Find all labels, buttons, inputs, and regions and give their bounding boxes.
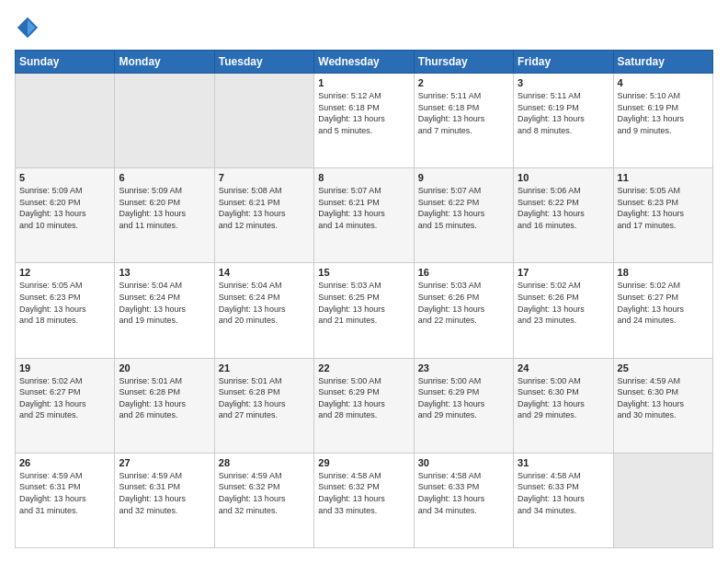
- week-row-1: 5Sunrise: 5:09 AM Sunset: 6:20 PM Daylig…: [16, 168, 713, 263]
- day-number: 18: [618, 267, 709, 278]
- day-info: Sunrise: 5:04 AM Sunset: 6:24 PM Dayligh…: [119, 280, 210, 326]
- calendar-cell: 20Sunrise: 5:01 AM Sunset: 6:28 PM Dayli…: [115, 358, 214, 453]
- day-number: 9: [418, 172, 509, 183]
- calendar-cell: 17Sunrise: 5:02 AM Sunset: 6:26 PM Dayli…: [514, 263, 613, 358]
- day-number: 8: [318, 172, 409, 183]
- day-number: 15: [318, 267, 409, 278]
- calendar-cell: 7Sunrise: 5:08 AM Sunset: 6:21 PM Daylig…: [214, 168, 313, 263]
- day-info: Sunrise: 5:07 AM Sunset: 6:21 PM Dayligh…: [318, 185, 409, 231]
- day-number: 11: [618, 172, 709, 183]
- calendar-cell: 1Sunrise: 5:12 AM Sunset: 6:18 PM Daylig…: [314, 74, 414, 168]
- day-number: 1: [318, 77, 409, 88]
- logo: [15, 15, 44, 40]
- day-info: Sunrise: 5:12 AM Sunset: 6:18 PM Dayligh…: [318, 90, 409, 136]
- day-number: 16: [418, 267, 509, 278]
- calendar-cell: 10Sunrise: 5:06 AM Sunset: 6:22 PM Dayli…: [514, 168, 613, 263]
- day-info: Sunrise: 4:59 AM Sunset: 6:30 PM Dayligh…: [618, 375, 709, 421]
- calendar-cell: 14Sunrise: 5:04 AM Sunset: 6:24 PM Dayli…: [214, 263, 313, 358]
- calendar-cell: 29Sunrise: 4:58 AM Sunset: 6:32 PM Dayli…: [314, 453, 414, 547]
- day-number: 30: [418, 457, 509, 468]
- day-info: Sunrise: 5:05 AM Sunset: 6:23 PM Dayligh…: [618, 185, 709, 231]
- day-number: 3: [518, 77, 609, 88]
- day-number: 20: [119, 362, 210, 373]
- calendar-cell: 13Sunrise: 5:04 AM Sunset: 6:24 PM Dayli…: [115, 263, 214, 358]
- day-number: 12: [19, 267, 110, 278]
- day-info: Sunrise: 5:08 AM Sunset: 6:21 PM Dayligh…: [219, 185, 310, 231]
- day-info: Sunrise: 5:01 AM Sunset: 6:28 PM Dayligh…: [119, 375, 210, 421]
- calendar-cell: 24Sunrise: 5:00 AM Sunset: 6:30 PM Dayli…: [514, 358, 613, 453]
- week-row-4: 26Sunrise: 4:59 AM Sunset: 6:31 PM Dayli…: [16, 453, 713, 547]
- day-number: 29: [318, 457, 409, 468]
- calendar-cell: 26Sunrise: 4:59 AM Sunset: 6:31 PM Dayli…: [16, 453, 115, 547]
- day-header-tuesday: Tuesday: [214, 51, 313, 74]
- day-number: 19: [19, 362, 110, 373]
- day-number: 25: [618, 362, 709, 373]
- day-info: Sunrise: 4:59 AM Sunset: 6:32 PM Dayligh…: [219, 470, 310, 516]
- calendar-cell: 8Sunrise: 5:07 AM Sunset: 6:21 PM Daylig…: [314, 168, 414, 263]
- day-info: Sunrise: 4:58 AM Sunset: 6:33 PM Dayligh…: [418, 470, 509, 516]
- calendar-cell: [16, 74, 115, 168]
- week-row-0: 1Sunrise: 5:12 AM Sunset: 6:18 PM Daylig…: [16, 74, 713, 168]
- day-number: 21: [219, 362, 310, 373]
- day-number: 10: [518, 172, 609, 183]
- day-header-wednesday: Wednesday: [314, 51, 414, 74]
- calendar-cell: 28Sunrise: 4:59 AM Sunset: 6:32 PM Dayli…: [214, 453, 313, 547]
- day-number: 23: [418, 362, 509, 373]
- calendar-cell: 16Sunrise: 5:03 AM Sunset: 6:26 PM Dayli…: [414, 263, 513, 358]
- day-info: Sunrise: 5:00 AM Sunset: 6:29 PM Dayligh…: [418, 375, 509, 421]
- calendar-cell: 5Sunrise: 5:09 AM Sunset: 6:20 PM Daylig…: [16, 168, 115, 263]
- calendar-cell: [214, 74, 313, 168]
- day-info: Sunrise: 5:06 AM Sunset: 6:22 PM Dayligh…: [518, 185, 609, 231]
- day-header-thursday: Thursday: [414, 51, 513, 74]
- calendar-cell: 22Sunrise: 5:00 AM Sunset: 6:29 PM Dayli…: [314, 358, 414, 453]
- calendar-cell: 15Sunrise: 5:03 AM Sunset: 6:25 PM Dayli…: [314, 263, 414, 358]
- day-info: Sunrise: 5:00 AM Sunset: 6:30 PM Dayligh…: [518, 375, 609, 421]
- day-info: Sunrise: 4:59 AM Sunset: 6:31 PM Dayligh…: [119, 470, 210, 516]
- day-info: Sunrise: 5:02 AM Sunset: 6:26 PM Dayligh…: [518, 280, 609, 326]
- day-info: Sunrise: 5:01 AM Sunset: 6:28 PM Dayligh…: [219, 375, 310, 421]
- header: [15, 15, 713, 40]
- day-info: Sunrise: 5:07 AM Sunset: 6:22 PM Dayligh…: [418, 185, 509, 231]
- day-header-friday: Friday: [514, 51, 613, 74]
- day-header-sunday: Sunday: [16, 51, 115, 74]
- day-number: 26: [19, 457, 110, 468]
- calendar-cell: 11Sunrise: 5:05 AM Sunset: 6:23 PM Dayli…: [613, 168, 712, 263]
- calendar-cell: 18Sunrise: 5:02 AM Sunset: 6:27 PM Dayli…: [613, 263, 712, 358]
- days-header-row: SundayMondayTuesdayWednesdayThursdayFrid…: [16, 51, 713, 74]
- day-number: 13: [119, 267, 210, 278]
- day-header-monday: Monday: [115, 51, 214, 74]
- calendar-table: SundayMondayTuesdayWednesdayThursdayFrid…: [15, 50, 713, 548]
- page: SundayMondayTuesdayWednesdayThursdayFrid…: [0, 0, 728, 563]
- logo-icon: [15, 15, 40, 40]
- calendar-cell: 2Sunrise: 5:11 AM Sunset: 6:18 PM Daylig…: [414, 74, 513, 168]
- calendar-cell: 21Sunrise: 5:01 AM Sunset: 6:28 PM Dayli…: [214, 358, 313, 453]
- calendar-cell: 30Sunrise: 4:58 AM Sunset: 6:33 PM Dayli…: [414, 453, 513, 547]
- calendar-cell: 23Sunrise: 5:00 AM Sunset: 6:29 PM Dayli…: [414, 358, 513, 453]
- day-info: Sunrise: 5:05 AM Sunset: 6:23 PM Dayligh…: [19, 280, 110, 326]
- day-number: 2: [418, 77, 509, 88]
- day-info: Sunrise: 5:02 AM Sunset: 6:27 PM Dayligh…: [618, 280, 709, 326]
- day-info: Sunrise: 4:59 AM Sunset: 6:31 PM Dayligh…: [19, 470, 110, 516]
- day-number: 27: [119, 457, 210, 468]
- day-info: Sunrise: 5:02 AM Sunset: 6:27 PM Dayligh…: [19, 375, 110, 421]
- calendar-cell: 12Sunrise: 5:05 AM Sunset: 6:23 PM Dayli…: [16, 263, 115, 358]
- week-row-3: 19Sunrise: 5:02 AM Sunset: 6:27 PM Dayli…: [16, 358, 713, 453]
- day-info: Sunrise: 5:04 AM Sunset: 6:24 PM Dayligh…: [219, 280, 310, 326]
- day-info: Sunrise: 5:11 AM Sunset: 6:18 PM Dayligh…: [418, 90, 509, 136]
- week-row-2: 12Sunrise: 5:05 AM Sunset: 6:23 PM Dayli…: [16, 263, 713, 358]
- day-info: Sunrise: 5:09 AM Sunset: 6:20 PM Dayligh…: [19, 185, 110, 231]
- day-number: 28: [219, 457, 310, 468]
- day-number: 7: [219, 172, 310, 183]
- day-number: 14: [219, 267, 310, 278]
- day-info: Sunrise: 4:58 AM Sunset: 6:32 PM Dayligh…: [318, 470, 409, 516]
- calendar-cell: 4Sunrise: 5:10 AM Sunset: 6:19 PM Daylig…: [613, 74, 712, 168]
- calendar-cell: [115, 74, 214, 168]
- day-info: Sunrise: 5:11 AM Sunset: 6:19 PM Dayligh…: [518, 90, 609, 136]
- day-number: 24: [518, 362, 609, 373]
- calendar-cell: 6Sunrise: 5:09 AM Sunset: 6:20 PM Daylig…: [115, 168, 214, 263]
- calendar-cell: 25Sunrise: 4:59 AM Sunset: 6:30 PM Dayli…: [613, 358, 712, 453]
- calendar-cell: 9Sunrise: 5:07 AM Sunset: 6:22 PM Daylig…: [414, 168, 513, 263]
- day-number: 31: [518, 457, 609, 468]
- day-header-saturday: Saturday: [613, 51, 712, 74]
- calendar-body: 1Sunrise: 5:12 AM Sunset: 6:18 PM Daylig…: [16, 74, 713, 548]
